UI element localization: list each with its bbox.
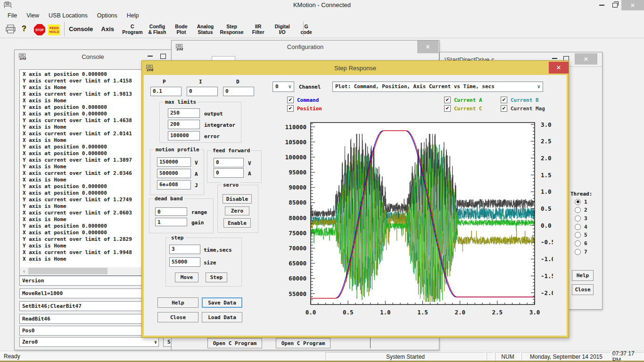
chevron-down-icon: ∨	[537, 83, 540, 90]
max-output-field[interactable]: 250	[168, 108, 200, 118]
move-button[interactable]: Move	[175, 272, 198, 282]
toolbar-button-g-code[interactable]: Gcode	[295, 23, 318, 35]
toolbar-button-analog-status[interactable]: AnalogStatus	[194, 23, 216, 35]
checkbox-current-b[interactable]: ✔Current B	[501, 97, 539, 103]
step-button[interactable]: Step	[206, 272, 227, 282]
status-date: Monday, September 14 2015	[521, 352, 611, 361]
scrollbar-thumb[interactable]	[28, 268, 107, 274]
step-response-close-button[interactable]: ✕	[549, 62, 569, 74]
toolbar-button-c-program[interactable]: CProgram	[120, 23, 144, 35]
console-command-field[interactable]: ReadBit46	[19, 314, 159, 324]
thread-radio-1[interactable]: 1	[575, 198, 587, 205]
restore-button[interactable]	[608, 0, 621, 10]
toolbar-buttons: ConsoleAxisCProgramConfig& FlashBodePlot…	[67, 21, 318, 38]
thread-radio-4[interactable]: 4	[575, 223, 587, 230]
range-label: range	[191, 209, 207, 215]
open-c-program-button[interactable]: Open C Program	[207, 338, 262, 348]
step-size-field[interactable]: 55000	[169, 257, 200, 267]
checkbox-current-mag[interactable]: ✔Current Mag	[501, 105, 545, 112]
i-field[interactable]: 0	[187, 87, 218, 96]
integrator-label: integrator	[204, 122, 235, 128]
sr-help-button[interactable]: Help	[157, 297, 198, 308]
svg-text:1.0: 1.0	[380, 309, 391, 316]
svg-text:-1.0: -1.0	[541, 255, 553, 263]
feed-hold-icon[interactable]: FEED HOLD	[48, 25, 60, 35]
cprogram-close2-button[interactable]: Close	[572, 284, 594, 295]
svg-text:-2.0: -2.0	[541, 289, 553, 296]
console-minimize-button[interactable]	[148, 51, 153, 58]
console-command-field[interactable]: Zero0∨	[19, 337, 159, 347]
thread-radio-3[interactable]: 3	[575, 215, 587, 222]
sr-close-button[interactable]: Close	[157, 312, 198, 322]
velocity-field[interactable]: 150000	[157, 157, 191, 167]
p-field[interactable]: 0.1	[150, 87, 182, 96]
thread-radio-6[interactable]: 6	[575, 240, 587, 247]
max-error-field[interactable]: 100000	[168, 131, 200, 140]
help-icon[interactable]: ?	[22, 25, 26, 33]
menu-options[interactable]: Options	[92, 12, 122, 19]
menu-view[interactable]: View	[22, 12, 44, 19]
feed-forward-label: feed forward	[211, 148, 251, 154]
console-command-field[interactable]: SetBit46;ClearBit47	[19, 301, 159, 311]
console-maximize-button[interactable]	[160, 53, 166, 60]
servo-zero-button[interactable]: Zero	[225, 206, 249, 215]
max-integrator-field[interactable]: 200	[168, 120, 200, 129]
checkbox-command[interactable]: ✔Command	[287, 97, 319, 103]
d-field[interactable]: 0	[223, 87, 254, 96]
svg-text:75000: 75000	[289, 230, 306, 237]
channel-select[interactable]: 0∨	[272, 82, 294, 92]
checkbox-current-c[interactable]: ✔Current C	[444, 105, 482, 112]
open-c-program-button[interactable]: Open C Program	[276, 338, 330, 348]
window-title: KMotion - Connected	[0, 1, 644, 8]
toolbar-button-config-flash[interactable]: Config& Flash	[146, 23, 168, 35]
toolbar-button-axis[interactable]: Axis	[96, 26, 119, 33]
toolbar-button-bode-plot[interactable]: BodePlot	[170, 23, 192, 35]
i-label: I	[199, 79, 202, 85]
toolbar-button-step-response[interactable]: StepResponse	[218, 23, 245, 35]
svg-text:0.0: 0.0	[305, 309, 316, 316]
svg-text:110000: 110000	[285, 123, 306, 131]
thread-radio-label: 6	[584, 240, 587, 247]
menu-file[interactable]: File	[3, 12, 22, 19]
minimize-icon	[599, 5, 604, 6]
console-command-field[interactable]: Pos0	[19, 326, 159, 336]
scroll-left-icon[interactable]: ‹	[20, 267, 28, 275]
chevron-down-icon[interactable]: ∨	[154, 337, 157, 346]
toolbar-button-iir-filter[interactable]: IIRFilter	[247, 23, 270, 35]
thread-radio-2[interactable]: 2	[575, 207, 587, 214]
console-command-field[interactable]: MoveRel1=1000	[19, 288, 159, 298]
cprogram-minimize-button[interactable]	[552, 53, 557, 60]
checkbox-current-a[interactable]: ✔Current A	[444, 97, 482, 103]
thread-radio-7[interactable]: 7	[575, 248, 587, 255]
maximize-icon	[160, 54, 166, 59]
print-icon[interactable]	[6, 25, 16, 36]
minimize-button[interactable]	[595, 0, 608, 10]
accel-field[interactable]: 500000	[157, 169, 191, 178]
toolbar-button-digital-i-o[interactable]: DigitalI/O	[271, 23, 294, 35]
ff-velocity-field[interactable]: 0	[214, 158, 244, 167]
cprogram-close-button[interactable]: ✕	[575, 53, 597, 65]
configuration-close-button[interactable]: ✕	[417, 41, 438, 53]
step-label: step	[170, 235, 185, 241]
jerk-field[interactable]: 6e+008	[157, 180, 191, 189]
plot-mode-select[interactable]: Plot: Command, Position, Axis Current vs…	[332, 82, 543, 92]
ff-accel-field[interactable]: 0	[214, 168, 244, 178]
servo-disable-button[interactable]: Disable	[223, 194, 252, 204]
p-label: P	[163, 79, 166, 85]
cprogram-help-button[interactable]: Help	[572, 270, 594, 281]
step-time-field[interactable]: 3	[169, 245, 200, 254]
deadband-range-field[interactable]: 0	[155, 207, 187, 216]
load-data-button[interactable]: Load Data	[202, 312, 242, 322]
checkbox-position[interactable]: ✔Position	[287, 105, 322, 112]
console-command-field[interactable]: Version	[19, 276, 159, 286]
status-ready: Ready	[4, 353, 20, 360]
close-button[interactable]: ✕	[621, 0, 644, 10]
menu-usb-locations[interactable]: USB Locations	[44, 12, 92, 19]
thread-radio-5[interactable]: 5	[575, 232, 587, 239]
deadband-gain-field[interactable]: 1	[155, 218, 187, 226]
menu-help[interactable]: Help	[122, 12, 144, 19]
servo-enable-button[interactable]: Enable	[223, 218, 251, 228]
toolbar-button-console[interactable]: Console	[67, 26, 95, 33]
save-data-button[interactable]: Save Data	[202, 297, 242, 308]
radio-icon	[575, 232, 581, 238]
